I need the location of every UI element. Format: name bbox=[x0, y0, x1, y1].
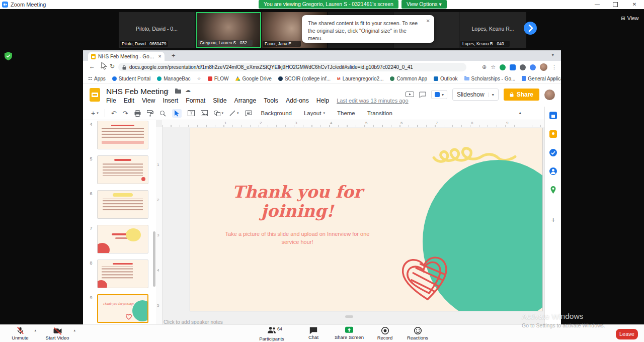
share-button[interactable]: Share bbox=[504, 89, 539, 101]
participant-tile-piloto[interactable]: Piloto, David - 0... Piloto, David - 066… bbox=[119, 12, 195, 48]
bookmark-common-app[interactable]: Common App bbox=[390, 76, 427, 81]
redo-icon[interactable]: ↷ bbox=[123, 110, 128, 117]
account-avatar[interactable] bbox=[544, 90, 555, 100]
keep-icon[interactable] bbox=[549, 130, 557, 138]
menu-arrange[interactable]: Arrange bbox=[234, 97, 257, 104]
view-options-button[interactable]: View Options ▾ bbox=[401, 0, 447, 9]
select-tool-button[interactable] bbox=[172, 109, 182, 118]
insert-shape-button[interactable]: ▾ bbox=[214, 110, 224, 116]
last-edit-link[interactable]: Last edit was 13 minutes ago bbox=[337, 98, 408, 104]
extension-icon[interactable] bbox=[510, 64, 516, 70]
participant-tile-gregorio-video[interactable]: Gregorio, Lauren S - 032... bbox=[196, 12, 261, 48]
bookmark-scoir[interactable]: SCOIR (college inf... bbox=[278, 76, 331, 81]
bookmark-managebac[interactable]: ManageBac bbox=[157, 76, 190, 81]
slide-title[interactable]: Thank you for joining! bbox=[210, 183, 384, 221]
video-options-chevron-icon[interactable]: ▴ bbox=[73, 328, 75, 332]
slideshow-button[interactable]: Slideshow▾ bbox=[452, 89, 499, 101]
tasks-icon[interactable] bbox=[549, 149, 557, 156]
menu-edit[interactable]: Edit bbox=[124, 97, 134, 104]
browser-tab[interactable]: NHS Feb Meeting - Google Sli ✕ bbox=[88, 52, 165, 61]
bookmarks-overflow-icon[interactable]: » bbox=[552, 75, 555, 81]
menu-help[interactable]: Help bbox=[316, 97, 329, 104]
slide-thumbnail-8[interactable] bbox=[97, 260, 148, 288]
slide-thumbnail-9-selected[interactable]: Thank you for joining! bbox=[97, 294, 148, 323]
next-participants-button[interactable] bbox=[524, 22, 537, 35]
notes-resize-handle[interactable] bbox=[345, 315, 353, 318]
slideshow-dropdown-icon[interactable]: ▾ bbox=[489, 93, 494, 97]
start-video-button[interactable]: Start Video ▴ bbox=[38, 326, 76, 340]
slide-thumbnail-4[interactable] bbox=[97, 121, 148, 149]
add-addon-icon[interactable]: + bbox=[549, 216, 557, 224]
profile-avatar[interactable] bbox=[540, 63, 547, 71]
reload-icon[interactable]: ↻ bbox=[110, 63, 115, 70]
bookmark-icon-only[interactable]: ☆ bbox=[197, 76, 201, 81]
insert-image-icon[interactable] bbox=[201, 110, 208, 116]
unmute-button[interactable]: Unmute ▴ bbox=[1, 326, 39, 340]
document-title[interactable]: NHS Feb Meeting bbox=[106, 87, 168, 96]
menu-slide[interactable]: Slide bbox=[213, 97, 226, 104]
view-layout-button[interactable]: ⊞ View bbox=[621, 14, 638, 22]
maximize-button[interactable] bbox=[608, 0, 623, 9]
bookmark-star-icon[interactable]: ☆ bbox=[491, 64, 496, 70]
present-display-icon[interactable] bbox=[406, 92, 414, 98]
theme-button[interactable]: Theme bbox=[334, 109, 358, 117]
chat-button[interactable]: Chat bbox=[294, 326, 333, 340]
extension-icon[interactable] bbox=[520, 64, 526, 70]
paint-format-icon[interactable] bbox=[147, 110, 153, 117]
grid-present-button[interactable]: ▾ bbox=[431, 90, 447, 99]
speaker-notes-placeholder[interactable]: Click to add speaker notes bbox=[164, 319, 223, 324]
menu-tools[interactable]: Tools bbox=[264, 97, 278, 104]
insert-comment-icon[interactable] bbox=[245, 110, 252, 117]
cloud-status-icon[interactable]: ☁ bbox=[185, 87, 191, 94]
back-icon[interactable]: ← bbox=[89, 63, 95, 70]
undo-icon[interactable]: ↶ bbox=[111, 110, 117, 117]
slide-subtitle[interactable]: Take a picture of this slide and upload … bbox=[224, 230, 370, 246]
share-screen-button[interactable]: Share Screen bbox=[330, 326, 368, 340]
extension-icon[interactable] bbox=[530, 64, 536, 70]
text-box-icon[interactable] bbox=[188, 110, 195, 116]
browser-menu-icon[interactable]: ⋮ bbox=[551, 64, 557, 70]
bookmark-flow[interactable]: FLOW bbox=[208, 76, 229, 81]
move-folder-icon[interactable] bbox=[175, 90, 181, 94]
bookmark-apps[interactable]: Apps bbox=[88, 76, 106, 81]
star-document-icon[interactable]: ☆ bbox=[165, 88, 170, 95]
transition-button[interactable]: Transition bbox=[364, 109, 395, 117]
maps-icon[interactable] bbox=[549, 186, 557, 194]
tooltip-close-icon[interactable]: ✕ bbox=[426, 18, 430, 24]
filmstrip-scrollbar[interactable] bbox=[153, 231, 155, 287]
menu-addons[interactable]: Add-ons bbox=[286, 97, 309, 104]
leave-button[interactable]: Leave bbox=[616, 329, 638, 339]
bookmark-general-application[interactable]: General Applicati... bbox=[522, 76, 561, 81]
participant-tile-lopes[interactable]: Lopes, Keanu R... Lopes, Keanu R - 040..… bbox=[459, 12, 526, 48]
print-icon[interactable] bbox=[134, 110, 141, 117]
menu-insert[interactable]: Insert bbox=[163, 97, 178, 104]
slide-thumbnail-7[interactable] bbox=[97, 225, 148, 253]
comment-icon[interactable] bbox=[419, 92, 426, 98]
background-button[interactable]: Background bbox=[258, 109, 295, 117]
layout-button[interactable]: Layout▾ bbox=[301, 109, 328, 117]
zoom-icon[interactable] bbox=[159, 110, 166, 117]
install-app-icon[interactable]: ⊕ bbox=[482, 64, 487, 70]
tab-list-chevron-icon[interactable]: ▾ bbox=[551, 52, 554, 57]
reactions-button[interactable]: Reactions bbox=[398, 326, 437, 340]
menu-format[interactable]: Format bbox=[186, 97, 205, 104]
insert-line-button[interactable]: ▾ bbox=[229, 110, 239, 116]
url-field[interactable]: docs.google.com/presentation/d/1m8h2zeV2… bbox=[118, 63, 466, 71]
tab-close-icon[interactable]: ✕ bbox=[158, 54, 162, 59]
menu-view[interactable]: View bbox=[142, 97, 155, 104]
bookmark-scholarships[interactable]: Scholarships - Go... bbox=[464, 76, 516, 81]
new-tab-button[interactable]: + bbox=[172, 52, 176, 59]
current-slide[interactable]: Thank you for joining! Take a picture of… bbox=[190, 128, 542, 311]
new-slide-button[interactable]: +▾ bbox=[91, 109, 99, 117]
participants-button[interactable]: 64 Participants bbox=[253, 326, 291, 341]
contacts-icon[interactable] bbox=[549, 167, 557, 175]
bookmark-outlook[interactable]: Outlook bbox=[434, 76, 457, 81]
minimize-button[interactable]: — bbox=[590, 0, 605, 9]
bookmark-gmail[interactable]: MLaurengregorio2... bbox=[337, 76, 383, 81]
slide-thumbnail-6[interactable] bbox=[97, 190, 148, 219]
bookmark-google-drive[interactable]: Google Drive bbox=[235, 76, 272, 81]
collapse-menus-icon[interactable]: ▴ bbox=[519, 110, 521, 115]
calendar-icon[interactable] bbox=[549, 112, 557, 119]
close-button[interactable]: ✕ bbox=[627, 0, 642, 9]
extension-grammarly-icon[interactable] bbox=[500, 64, 506, 70]
